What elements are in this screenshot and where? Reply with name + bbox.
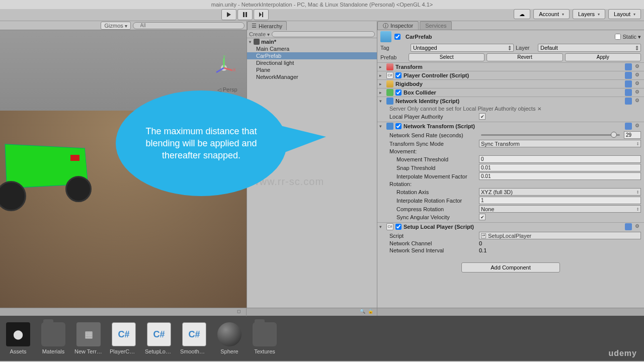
layers-label: Layers bbox=[578, 11, 595, 17]
component-enable-checkbox[interactable] bbox=[395, 89, 401, 96]
lpa-checkbox[interactable]: ✔ bbox=[479, 113, 486, 120]
hierarchy-item[interactable]: NetworkManager bbox=[247, 73, 377, 80]
tag-dropdown[interactable]: Untagged‡ bbox=[411, 44, 514, 52]
help-icon[interactable] bbox=[625, 223, 632, 230]
account-dropdown[interactable]: Account▾ bbox=[533, 9, 570, 19]
gear-icon[interactable]: ⚙ bbox=[635, 123, 642, 130]
asset-icon: C# bbox=[112, 322, 136, 346]
prefab-select-button[interactable]: Select bbox=[409, 53, 485, 61]
interp-move-field[interactable] bbox=[479, 172, 641, 180]
network-identity-header[interactable]: Network Identity (Script) bbox=[395, 98, 623, 104]
compress-label: Compress Rotation bbox=[389, 206, 479, 212]
layers-dropdown[interactable]: Layers▾ bbox=[573, 9, 605, 19]
tutorial-bubble: The maximum distance that blending will … bbox=[116, 90, 287, 196]
main-area: Gizmos ▾ yx ◁ Persp ☰ Hierarchy Create ▾… bbox=[0, 21, 644, 308]
asset-item[interactable]: C#SetupLocalPla... bbox=[145, 322, 173, 354]
axis-gizmo[interactable]: yx bbox=[211, 55, 236, 80]
asset-item[interactable]: Textures bbox=[251, 322, 279, 354]
snap-thresh-field[interactable] bbox=[479, 164, 641, 171]
scene-icon bbox=[254, 39, 260, 45]
step-button[interactable] bbox=[254, 9, 269, 20]
help-icon[interactable] bbox=[625, 98, 632, 105]
component-enable-checkbox[interactable] bbox=[395, 224, 401, 230]
setup-local-player-header[interactable]: Setup Local Player (Script) bbox=[404, 224, 623, 230]
gear-icon[interactable]: ⚙ bbox=[635, 98, 642, 105]
gear-icon[interactable]: ⚙ bbox=[635, 223, 642, 230]
gear-icon[interactable]: ⚙ bbox=[635, 80, 642, 87]
boxcollider-icon bbox=[386, 89, 393, 96]
gizmos-dropdown[interactable]: Gizmos ▾ bbox=[101, 22, 130, 30]
move-thresh-field[interactable] bbox=[479, 155, 641, 163]
rigidbody-icon bbox=[386, 80, 393, 87]
hierarchy-search[interactable] bbox=[272, 31, 375, 37]
hierarchy-scene-root[interactable]: main* bbox=[247, 38, 377, 45]
compress-dropdown[interactable]: None‡ bbox=[479, 205, 641, 213]
fold-icon[interactable]: ▾ bbox=[379, 99, 384, 104]
help-icon[interactable] bbox=[625, 63, 632, 70]
hierarchy-item[interactable]: Main Camera bbox=[247, 45, 377, 52]
help-icon[interactable] bbox=[625, 72, 632, 79]
component-enable-checkbox[interactable] bbox=[395, 123, 401, 129]
transform-icon bbox=[386, 63, 393, 70]
asset-item[interactable]: C#PlayerControl... bbox=[110, 322, 138, 354]
fold-icon[interactable]: ▾ bbox=[379, 224, 384, 229]
gear-icon[interactable]: ⚙ bbox=[635, 63, 642, 70]
send-rate-value[interactable]: 29 bbox=[624, 131, 641, 139]
layout-dropdown[interactable]: Layout▾ bbox=[608, 9, 641, 19]
script-field[interactable]: c#SetupLocalPlayer bbox=[479, 232, 641, 239]
hierarchy-toolbar: Create ▾ bbox=[247, 30, 377, 38]
component-enable-checkbox[interactable] bbox=[395, 72, 401, 78]
hierarchy-create[interactable]: Create ▾ bbox=[249, 31, 270, 37]
inspector-tab[interactable]: ⓘ Inspector bbox=[377, 21, 419, 30]
scene-search[interactable] bbox=[133, 22, 245, 29]
hierarchy-tab[interactable]: ☰ Hierarchy bbox=[247, 21, 287, 30]
asset-label: Sphere bbox=[215, 348, 244, 354]
asset-item[interactable]: Materials bbox=[39, 322, 67, 354]
fold-icon[interactable]: ▸ bbox=[379, 81, 384, 86]
rigidbody-header[interactable]: Rigidbody bbox=[395, 81, 623, 87]
asset-label: New Terrain bbox=[74, 348, 103, 354]
main-toolbar: ☁ Account▾ Layers▾ Layout▾ bbox=[0, 9, 644, 21]
maximize-icon[interactable]: ◻ bbox=[237, 309, 244, 316]
gear-icon[interactable]: ⚙ bbox=[635, 72, 642, 79]
search-icon[interactable]: 🔍 bbox=[360, 309, 367, 316]
svg-rect-0 bbox=[243, 12, 245, 17]
prefab-revert-button[interactable]: Revert bbox=[487, 53, 562, 61]
play-button[interactable] bbox=[221, 9, 236, 20]
hierarchy-item[interactable]: CarPrefab bbox=[247, 52, 377, 59]
asset-item[interactable]: ▦New Terrain bbox=[74, 322, 103, 354]
transform-header[interactable]: Transform bbox=[395, 64, 623, 70]
layer-dropdown[interactable]: Default‡ bbox=[538, 44, 641, 52]
sync-mode-dropdown[interactable]: Sync Transform‡ bbox=[479, 140, 641, 147]
asset-item[interactable]: Sphere bbox=[215, 322, 244, 354]
network-transform-header[interactable]: Network Transform (Script) bbox=[404, 123, 623, 129]
fold-icon[interactable]: ▸ bbox=[379, 90, 384, 95]
prefab-apply-button[interactable]: Apply bbox=[565, 53, 641, 61]
gameobject-name[interactable]: CarPrefab bbox=[404, 33, 612, 41]
help-icon[interactable] bbox=[625, 89, 632, 96]
fold-icon[interactable]: ▾ bbox=[379, 124, 384, 129]
send-rate-slider[interactable] bbox=[481, 134, 620, 136]
fold-icon[interactable]: ▸ bbox=[379, 73, 384, 78]
add-component-button[interactable]: Add Component bbox=[461, 262, 560, 273]
interp-rot-field[interactable] bbox=[479, 197, 641, 204]
services-tab[interactable]: Services bbox=[420, 21, 452, 30]
gear-icon[interactable]: ⚙ bbox=[635, 89, 642, 96]
box-collider-header[interactable]: Box Collider bbox=[404, 89, 623, 96]
rot-axis-dropdown[interactable]: XYZ (full 3D)‡ bbox=[479, 188, 641, 196]
gameobject-active-checkbox[interactable] bbox=[394, 34, 400, 40]
angular-checkbox[interactable]: ✔ bbox=[479, 214, 486, 220]
player-controller-header[interactable]: Player Controller (Script) bbox=[404, 72, 623, 78]
help-icon[interactable] bbox=[625, 123, 632, 130]
hierarchy-item[interactable]: Plane bbox=[247, 66, 377, 73]
snap-thresh-label: Snap Threshold bbox=[389, 165, 479, 171]
asset-item[interactable]: ⬤Assets bbox=[4, 322, 32, 354]
pause-button[interactable] bbox=[237, 9, 253, 20]
help-icon[interactable] bbox=[625, 80, 632, 87]
cloud-button[interactable]: ☁ bbox=[514, 9, 530, 19]
asset-item[interactable]: C#SmoothCamer... bbox=[180, 322, 208, 354]
fold-icon[interactable]: ▸ bbox=[379, 64, 384, 69]
hierarchy-item[interactable]: Directional light bbox=[247, 59, 377, 66]
lock-icon[interactable]: 🔒 bbox=[368, 309, 375, 316]
static-toggle[interactable]: Static ▾ bbox=[615, 34, 641, 40]
